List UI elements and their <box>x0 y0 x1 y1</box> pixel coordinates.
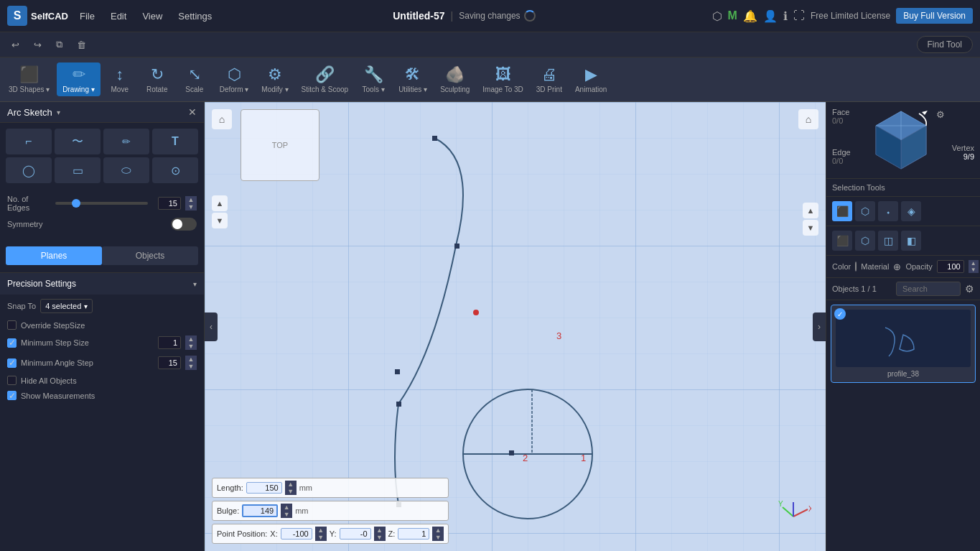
view-xray[interactable]: ◫ <box>878 231 898 251</box>
symmetry-toggle[interactable] <box>171 218 197 231</box>
sel-face-icon[interactable]: ⬛ <box>832 201 852 221</box>
min-step-spinner[interactable]: ▲ ▼ <box>185 335 197 350</box>
tool-deform[interactable]: ⬡ Deform ▾ <box>214 62 255 96</box>
y-up[interactable]: ▲ <box>374 527 386 534</box>
y-spinner[interactable]: ▲ ▼ <box>374 527 386 541</box>
tab-planes[interactable]: Planes <box>6 246 102 265</box>
shape-arc[interactable]: ⊙ <box>152 157 198 183</box>
min-step-checkbox[interactable]: ✓ <box>7 338 17 348</box>
undo-button[interactable]: ↩ <box>7 37 24 53</box>
copy-button[interactable]: ⧉ <box>52 36 67 53</box>
opacity-spinner[interactable]: ▲ ▼ <box>969 260 979 273</box>
length-down[interactable]: ▼ <box>285 488 297 495</box>
precision-settings-header[interactable]: Precision Settings ▾ <box>0 272 204 295</box>
shape-line[interactable]: ⌐ <box>6 129 52 154</box>
view-solid[interactable]: ⬛ <box>832 231 852 251</box>
tool-sculpting[interactable]: 🪨 Sculpting <box>434 62 475 96</box>
menu-view[interactable]: View <box>138 8 167 24</box>
bulge-up[interactable]: ▲ <box>281 504 292 511</box>
bulge-spinner[interactable]: ▲ ▼ <box>281 504 292 518</box>
nav-up[interactable]: ▲ <box>212 195 228 211</box>
z-down[interactable]: ▼ <box>432 534 444 541</box>
nav-home[interactable]: ⌂ <box>212 109 232 129</box>
color-picker[interactable] <box>855 261 857 272</box>
x-input[interactable] <box>281 528 312 540</box>
edges-input[interactable] <box>158 197 181 210</box>
material-icon[interactable]: ⊕ <box>893 261 901 272</box>
tool-rotate[interactable]: ↻ Rotate <box>139 62 175 96</box>
min-angle-up[interactable]: ▲ <box>185 356 197 363</box>
nav-down[interactable]: ▼ <box>212 213 228 228</box>
show-measurements-checkbox[interactable]: ✓ <box>7 391 17 400</box>
delete-button[interactable]: 🗑 <box>73 37 90 53</box>
sel-edge-icon[interactable]: ⬡ <box>855 201 875 221</box>
opacity-up[interactable]: ▲ <box>969 260 979 267</box>
y-down[interactable]: ▼ <box>374 534 386 541</box>
share-icon[interactable]: ⬡ <box>712 9 722 23</box>
left-panel-collapse[interactable]: ‹ <box>205 312 218 341</box>
buy-button[interactable]: Buy Full Version <box>896 8 973 24</box>
min-angle-checkbox[interactable]: ✓ <box>7 358 17 368</box>
z-input[interactable] <box>398 528 429 540</box>
shape-rectangle[interactable]: ▭ <box>55 157 101 183</box>
object-item-profile38[interactable]: ✓ profile_38 <box>831 305 976 383</box>
info-icon[interactable]: ℹ <box>783 9 788 23</box>
view-texture[interactable]: ◧ <box>901 231 921 251</box>
redo-button[interactable]: ↪ <box>29 37 46 53</box>
min-angle-down[interactable]: ▼ <box>185 363 197 370</box>
edges-up[interactable]: ▲ <box>185 196 197 203</box>
canvas-area[interactable]: 1 2 3 TOP ⌂ ▲ ▼ ⌂ ▲ ▼ X <box>205 102 826 551</box>
bulge-down[interactable]: ▼ <box>281 511 292 518</box>
tool-drawing[interactable]: ✏ Drawing ▾ <box>57 62 100 96</box>
min-step-input[interactable] <box>158 336 181 349</box>
tool-3d-shapes[interactable]: ⬛ 3D Shapes ▾ <box>3 62 55 96</box>
cube-gear-icon[interactable]: ⚙ <box>936 109 945 120</box>
shape-ellipse[interactable]: ⬭ <box>103 157 149 183</box>
x-up[interactable]: ▲ <box>315 527 327 534</box>
tab-objects[interactable]: Objects <box>102 246 198 265</box>
min-step-down[interactable]: ▼ <box>185 343 197 350</box>
menu-edit[interactable]: Edit <box>106 8 131 24</box>
tool-3d-print[interactable]: 🖨 3D Print <box>531 62 568 96</box>
tool-animation[interactable]: ▶ Animation <box>569 62 612 96</box>
edges-spinner[interactable]: ▲ ▼ <box>185 196 197 210</box>
min-angle-input[interactable] <box>158 356 181 369</box>
bulge-input[interactable] <box>242 504 278 517</box>
sel-object-icon[interactable]: ◈ <box>901 201 921 221</box>
objects-gear-icon[interactable]: ⚙ <box>965 283 974 295</box>
nav-right-up[interactable]: ▲ <box>803 203 818 218</box>
min-angle-spinner[interactable]: ▲ ▼ <box>185 356 197 370</box>
bell-icon[interactable]: 🔔 <box>743 9 757 23</box>
x-spinner[interactable]: ▲ ▼ <box>315 527 327 541</box>
length-up[interactable]: ▲ <box>285 481 297 488</box>
menu-settings[interactable]: Settings <box>174 8 216 24</box>
shape-text[interactable]: T <box>152 129 198 154</box>
edges-slider[interactable] <box>55 202 148 205</box>
tool-tools[interactable]: 🔧 Tools ▾ <box>355 62 391 96</box>
tool-utilities[interactable]: 🛠 Utilities ▾ <box>393 62 433 96</box>
length-input[interactable] <box>246 482 282 494</box>
snap-select-dropdown[interactable]: 4 selected ▾ <box>40 299 93 313</box>
tool-image-to-3d[interactable]: 🖼 Image To 3D <box>477 62 529 96</box>
shape-curve[interactable]: 〜 <box>55 129 101 154</box>
min-step-up[interactable]: ▲ <box>185 335 197 343</box>
user-icon[interactable]: 👤 <box>763 9 778 23</box>
panel-close-button[interactable]: ✕ <box>188 106 197 118</box>
tool-modify[interactable]: ⚙ Modify ▾ <box>256 62 294 96</box>
nav-top-right[interactable]: ⌂ <box>798 109 818 129</box>
x-down[interactable]: ▼ <box>315 534 327 541</box>
sel-vertex-icon[interactable]: ⬩ <box>878 201 898 221</box>
z-up[interactable]: ▲ <box>432 527 444 534</box>
shape-circle[interactable]: ◯ <box>6 157 52 183</box>
tool-scale[interactable]: ⤡ Scale <box>177 62 213 96</box>
opacity-down[interactable]: ▼ <box>969 267 979 273</box>
shape-pencil[interactable]: ✏ <box>103 129 149 154</box>
panel-dropdown-icon[interactable]: ▾ <box>57 108 60 116</box>
tool-stitch-scoop[interactable]: 🔗 Stitch & Scoop <box>296 62 355 96</box>
tool-move[interactable]: ↕ Move <box>102 62 138 96</box>
nav-right-down[interactable]: ▼ <box>803 220 818 236</box>
opacity-input[interactable] <box>937 260 964 273</box>
right-panel-collapse[interactable]: › <box>813 312 826 341</box>
z-spinner[interactable]: ▲ ▼ <box>432 527 444 541</box>
fullscreen-icon[interactable]: ⛶ <box>793 9 805 22</box>
